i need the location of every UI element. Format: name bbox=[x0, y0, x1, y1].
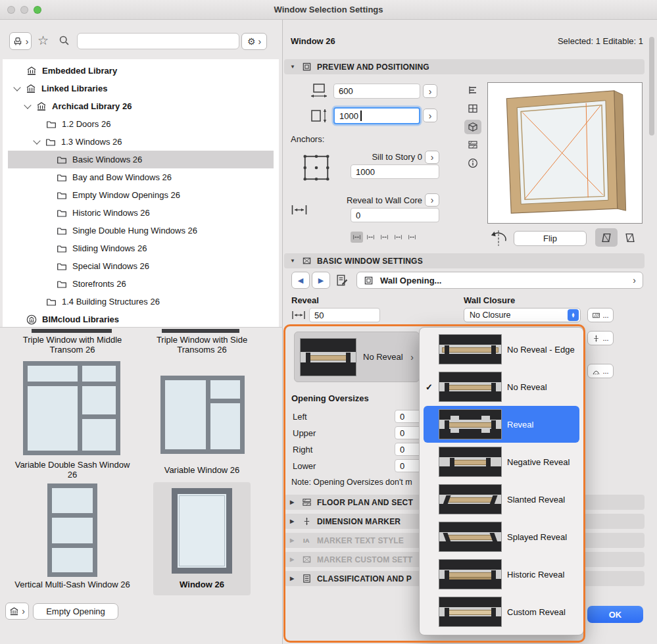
object-browser-button[interactable]: › bbox=[9, 32, 32, 50]
reveal-option-no-reveal[interactable]: ✓ No Reveal bbox=[424, 368, 579, 405]
tree-item-historic-windows[interactable]: Historic Windows 26 bbox=[8, 204, 274, 222]
chevron-down-icon[interactable] bbox=[33, 137, 40, 144]
view-grid-button[interactable] bbox=[464, 101, 481, 116]
disclosure-right-icon[interactable]: ▶ bbox=[290, 499, 297, 505]
disclosure-down-icon[interactable]: ▼ bbox=[290, 258, 297, 264]
tree-item-basic-windows[interactable]: Basic Windows 26 bbox=[8, 151, 274, 168]
previous-page-button[interactable]: ◀ bbox=[291, 272, 310, 289]
part-label-selected: Window 26 bbox=[153, 580, 251, 589]
opening-side-right-button[interactable] bbox=[619, 228, 641, 247]
tree-item-special-windows[interactable]: Special Windows 26 bbox=[8, 257, 274, 275]
width-options-button[interactable]: › bbox=[423, 84, 437, 98]
empty-opening-button[interactable]: Empty Opening bbox=[33, 603, 118, 620]
library-part-triple-side-transoms[interactable]: Triple Window with Side Transoms 26 bbox=[139, 335, 264, 355]
edit-page-icon[interactable] bbox=[335, 274, 349, 287]
sill-height-input[interactable] bbox=[351, 164, 439, 179]
chevron-down-icon[interactable] bbox=[13, 84, 20, 91]
tree-item-sliding-windows[interactable]: Sliding Windows 26 bbox=[8, 239, 274, 257]
chevron-down-icon[interactable] bbox=[24, 101, 31, 109]
disclosure-right-icon[interactable]: ▶ bbox=[290, 557, 297, 562]
disclosure-right-icon[interactable]: ▶ bbox=[290, 537, 297, 543]
flip-button[interactable]: Flip bbox=[514, 231, 587, 246]
reveal-thumbnail bbox=[300, 338, 356, 376]
tree-item-building-structures[interactable]: 1.4 Building Structures 26 bbox=[8, 293, 274, 310]
library-part-window-26[interactable]: Window 26 bbox=[153, 482, 251, 595]
tree-item-archicad-library[interactable]: Archicad Library 26 bbox=[8, 97, 274, 115]
library-part-variable-window-image[interactable] bbox=[160, 376, 245, 454]
sill-options-button[interactable]: › bbox=[425, 151, 439, 164]
wall-opening-icon bbox=[364, 276, 374, 285]
library-part-thumbnail-cropped[interactable] bbox=[162, 329, 239, 333]
anchor-mode-button-4[interactable] bbox=[392, 232, 404, 243]
reveal-option-no-reveal-edge[interactable]: No Reveal - Edge bbox=[424, 331, 579, 368]
close-button[interactable] bbox=[7, 6, 15, 14]
gear-icon: ⚙ bbox=[247, 36, 256, 47]
next-page-button[interactable]: ▶ bbox=[312, 272, 330, 289]
tree-item-bay-bow-windows[interactable]: Bay and Bow Windows 26 bbox=[8, 168, 274, 186]
anchor-mode-button-2[interactable] bbox=[364, 232, 377, 243]
library-part-thumbnail-cropped[interactable] bbox=[32, 329, 112, 333]
select-stepper-icon[interactable]: ▲ ▼ bbox=[568, 309, 579, 321]
wall-hatch-icon bbox=[592, 311, 600, 320]
library-part-variable-double-sash-image[interactable] bbox=[23, 361, 120, 455]
scrollbar-handle[interactable] bbox=[649, 37, 654, 136]
reveal-depth-input[interactable] bbox=[351, 208, 439, 222]
info-icon bbox=[468, 158, 478, 168]
anchor-mode-button-5[interactable] bbox=[406, 232, 418, 243]
library-manager-button[interactable]: › bbox=[5, 603, 29, 620]
section-preview-positioning[interactable]: ▼ PREVIEW AND POSITIONING bbox=[284, 59, 645, 74]
tree-item-label: Embedded Library bbox=[42, 66, 117, 76]
library-part-triple-middle-transom[interactable]: Triple Window with Middle Transom 26 bbox=[10, 335, 135, 355]
panel-divider bbox=[0, 327, 283, 328]
section-title: PREVIEW AND POSITIONING bbox=[317, 62, 429, 72]
favorites-star-icon[interactable]: ☆ bbox=[37, 33, 49, 48]
section-basic-window-settings[interactable]: ▼ BASIC WINDOW SETTINGS bbox=[284, 253, 645, 268]
disclosure-right-icon[interactable]: ▶ bbox=[290, 576, 297, 582]
reveal-core-options-button[interactable]: › bbox=[425, 193, 439, 207]
disclosure-down-icon[interactable]: ▼ bbox=[290, 64, 297, 70]
reveal-detail-side-button[interactable]: ... bbox=[587, 331, 614, 345]
reveal-option-negative-reveal[interactable]: Negative Reveal bbox=[424, 443, 579, 480]
library-settings-button[interactable]: ⚙ › bbox=[241, 33, 267, 50]
library-part-variable-double-sash[interactable]: Variable Double Sash Window 26 bbox=[10, 460, 135, 480]
closure-arc-side-button[interactable]: ... bbox=[587, 364, 614, 378]
tree-item-empty-window-openings[interactable]: Empty Window Openings 26 bbox=[8, 186, 274, 204]
reveal-options-side-button[interactable]: ... bbox=[587, 308, 614, 322]
section-title: MARKER CUSTOM SETT bbox=[317, 555, 412, 564]
minimize-button[interactable] bbox=[20, 6, 28, 14]
zoom-button[interactable] bbox=[34, 6, 41, 14]
tree-item-storefronts[interactable]: Storefronts 26 bbox=[8, 275, 274, 293]
reveal-type-combo-button[interactable]: No Reveal › bbox=[294, 332, 420, 382]
height-options-button[interactable]: › bbox=[423, 109, 437, 122]
view-3d-button[interactable] bbox=[464, 120, 481, 134]
tree-item-bimcloud-libraries[interactable]: BIMcloud Libraries bbox=[8, 310, 274, 328]
tree-item-windows[interactable]: 1.3 Windows 26 bbox=[8, 133, 274, 151]
tree-item-embedded-library[interactable]: Embedded Library bbox=[8, 62, 274, 80]
wall-opening-dropdown[interactable]: Wall Opening... › bbox=[356, 272, 643, 289]
reveal-option-slanted-reveal[interactable]: Slanted Reveal bbox=[424, 481, 579, 518]
reveal-option-reveal[interactable]: Reveal bbox=[424, 406, 579, 443]
tree-item-single-double-hung[interactable]: Single Double Hung Windows 26 bbox=[8, 222, 274, 239]
library-part-vertical-multisash[interactable]: Vertical Multi-Sash Window 26 bbox=[10, 580, 135, 589]
reveal-option-splayed-reveal[interactable]: Splayed Reveal bbox=[424, 518, 579, 555]
tree-item-doors[interactable]: 1.2 Doors 26 bbox=[8, 115, 274, 133]
reveal-option-custom-reveal[interactable]: Custom Reveal bbox=[424, 593, 579, 630]
height-input[interactable] bbox=[333, 107, 420, 124]
reveal-option-historic-reveal[interactable]: Historic Reveal bbox=[424, 556, 579, 593]
disclosure-right-icon[interactable]: ▶ bbox=[290, 518, 297, 524]
view-section-button[interactable] bbox=[464, 137, 481, 152]
anchor-mode-button-3[interactable] bbox=[378, 232, 391, 243]
library-part-variable-window[interactable]: Variable Window 26 bbox=[139, 465, 264, 475]
preview-info-button[interactable] bbox=[464, 156, 481, 170]
search-input[interactable] bbox=[77, 33, 239, 49]
anchor-mode-button-1[interactable] bbox=[351, 232, 363, 243]
reveal-value-input[interactable] bbox=[309, 308, 380, 322]
wall-closure-select[interactable]: No Closure ▲ ▼ bbox=[464, 308, 581, 322]
ok-button[interactable]: OK bbox=[587, 606, 643, 623]
library-part-vertical-multisash-image[interactable] bbox=[47, 483, 97, 577]
search-icon[interactable] bbox=[59, 35, 70, 46]
width-input[interactable] bbox=[333, 84, 420, 99]
opening-side-left-button[interactable] bbox=[595, 228, 618, 247]
view-elevation-button[interactable] bbox=[464, 83, 481, 97]
tree-item-linked-libraries[interactable]: Linked Libraries bbox=[8, 80, 274, 97]
